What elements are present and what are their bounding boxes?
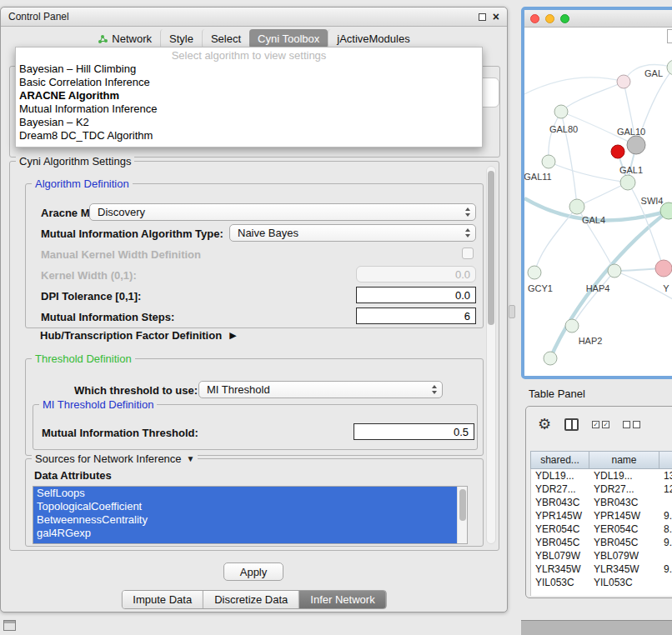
network-window-titlebar[interactable]: [524, 10, 672, 28]
mi-threshold-label: Mutual Information Threshold:: [42, 427, 198, 439]
table-row[interactable]: YBR043CYBR043C: [531, 496, 672, 509]
which-threshold-select[interactable]: MI Threshold: [198, 381, 443, 398]
attribute-item-selected[interactable]: SelfLoops: [33, 487, 467, 500]
close-traffic-light-icon[interactable]: [530, 14, 539, 23]
data-attributes-list[interactable]: SelfLoops TopologicalCoefficient Between…: [33, 486, 468, 544]
algorithm-option[interactable]: Bayesian – Hill Climbing: [16, 62, 482, 76]
dpi-tolerance-input[interactable]: [356, 287, 476, 303]
table-row[interactable]: YER054CYER054C8.: [531, 522, 672, 536]
minimized-panel-icon[interactable]: [3, 620, 16, 631]
zoom-traffic-light-icon[interactable]: [560, 14, 569, 23]
collapse-right-icon[interactable]: ▶: [229, 330, 236, 341]
table-row[interactable]: YDL19...YDL19...13: [531, 469, 672, 482]
attribute-item-selected[interactable]: TopologicalCoefficient: [33, 500, 467, 513]
panel-splitter[interactable]: [509, 305, 515, 318]
selected-value: Naive Bayes: [238, 227, 298, 239]
mi-steps-input[interactable]: [356, 308, 476, 324]
tab-label: Cyni Toolbox: [258, 32, 319, 45]
node-gal4[interactable]: [569, 199, 584, 214]
control-panel-titlebar[interactable]: Control Panel ×: [1, 8, 507, 27]
bottom-tab-bar: Impute Data Discretize Data Infer Networ…: [121, 590, 386, 609]
node-gal11[interactable]: [542, 155, 555, 168]
mi-threshold-definition-group: MI Threshold Definition Mutual Informati…: [33, 404, 478, 450]
tab-label: Style: [169, 32, 193, 45]
tab-style[interactable]: Style: [160, 29, 202, 48]
network-tools-fragment[interactable]: [667, 29, 672, 43]
table-row[interactable]: YIL053CYIL053C: [531, 576, 672, 589]
node-hap4[interactable]: [608, 264, 621, 278]
aracne-mode-select[interactable]: Discovery: [89, 203, 476, 221]
node-pink[interactable]: [617, 75, 630, 88]
node-gal80[interactable]: [554, 105, 568, 118]
node-gal1[interactable]: [620, 175, 635, 190]
algorithm-option[interactable]: Bayesian – K2: [16, 116, 482, 129]
tab-discretize-data[interactable]: Discretize Data: [203, 591, 298, 608]
deselect-all-icon[interactable]: [623, 421, 640, 428]
node-selected-red[interactable]: [611, 145, 624, 158]
dpi-tolerance-label: DPI Tolerance [0,1]:: [41, 290, 141, 302]
node-label: HAP4: [586, 283, 610, 293]
algorithm-option[interactable]: Basic Correlation Inference: [16, 76, 482, 89]
manual-kernel-checkbox[interactable]: [462, 248, 474, 259]
sources-group: Sources for Network Inference ▼ Data Att…: [25, 458, 484, 547]
algorithm-option[interactable]: Mutual Information Inference: [16, 102, 482, 116]
tab-infer-network[interactable]: Infer Network: [298, 591, 385, 608]
node-label: GCY1: [528, 283, 553, 293]
attribute-item-selected[interactable]: gal4RGexp: [33, 527, 467, 540]
table-row[interactable]: YBR045CYBR045C9.: [531, 536, 672, 549]
attribute-item-partial[interactable]: [33, 540, 467, 544]
list-scrollbar-thumb[interactable]: [459, 489, 466, 521]
node-hap2[interactable]: [565, 319, 579, 332]
network-view-window[interactable]: GAL GAL80 GAL10 GAL11 GAL1 SWI4 GAL4 GCY…: [521, 7, 672, 379]
settings-scrollbar-thumb[interactable]: [488, 171, 494, 325]
table-body[interactable]: YDL19...YDL19...13 YDR27...YDR27...12 YB…: [530, 469, 672, 596]
node-table: shared... name YDL19...YDL19...13 YDR27.…: [530, 451, 672, 596]
node-gal-partial[interactable]: [667, 60, 672, 75]
control-panel-tabs: Network Style Select Cyni Toolbox jActiv…: [1, 29, 507, 48]
tab-cyni-toolbox[interactable]: Cyni Toolbox: [249, 29, 328, 48]
minimize-traffic-light-icon[interactable]: [545, 14, 554, 23]
mi-threshold-input[interactable]: [354, 423, 474, 440]
collapse-down-icon[interactable]: ▼: [187, 454, 195, 463]
tab-select[interactable]: Select: [202, 29, 249, 48]
hub-transcription-factor-section[interactable]: Hub/Transcription Factor Definition ▶: [40, 329, 237, 342]
column-header-name[interactable]: name: [589, 452, 659, 468]
table-row[interactable]: YBL079WYBL079W: [531, 549, 672, 562]
list-scrollbar[interactable]: [457, 487, 467, 543]
apply-button[interactable]: Apply: [223, 562, 283, 581]
close-window-icon[interactable]: ×: [493, 12, 499, 22]
attribute-item-selected[interactable]: BetweennessCentrality: [33, 513, 467, 527]
dropdown-placeholder-option[interactable]: Select algorithm to view settings: [16, 49, 482, 62]
window-title: Control Panel: [8, 11, 69, 22]
threshold-definition-group: Threshold Definition Which threshold to …: [25, 358, 484, 456]
algorithm-option[interactable]: Dream8 DC_TDC Algorithm: [16, 129, 482, 142]
tab-jactivemodules[interactable]: jActiveModules: [328, 29, 418, 48]
table-row[interactable]: YDR27...YDR27...12: [531, 482, 672, 496]
node-pink-right[interactable]: [655, 260, 672, 277]
node-gcy1[interactable]: [528, 266, 541, 279]
group-title: MI Threshold Definition: [39, 398, 157, 411]
node-label: SWI4: [641, 196, 664, 206]
gear-icon[interactable]: ⚙: [538, 417, 551, 432]
network-nodes: [528, 60, 672, 365]
table-toolbar: ⚙ ✓ ✓: [538, 417, 640, 432]
table-row[interactable]: YLR345WYLR345W9.: [531, 562, 672, 576]
node-bottom[interactable]: [544, 352, 557, 365]
node-label: GAL10: [617, 127, 645, 137]
table-row[interactable]: YPR145WYPR145W9.: [531, 509, 672, 522]
tab-network[interactable]: Network: [89, 29, 160, 48]
node-label: Y: [663, 283, 669, 293]
column-header-shared-name[interactable]: shared...: [531, 452, 589, 468]
manual-kernel-label: Manual Kernel Width Definition: [41, 248, 201, 261]
algorithm-option-highlighted[interactable]: ARACNE Algorithm: [16, 89, 482, 102]
mi-algorithm-type-select[interactable]: Naive Bayes: [229, 224, 476, 242]
select-all-icon[interactable]: ✓ ✓: [592, 421, 609, 428]
float-window-icon[interactable]: [479, 13, 486, 21]
column-header-partial[interactable]: [659, 452, 672, 468]
tab-impute-data[interactable]: Impute Data: [122, 591, 203, 608]
settings-scrollbar[interactable]: [486, 166, 496, 544]
data-attributes-label: Data Attributes: [34, 469, 112, 482]
network-canvas[interactable]: GAL GAL80 GAL10 GAL11 GAL1 SWI4 GAL4 GCY…: [524, 28, 672, 376]
columns-icon[interactable]: [564, 418, 579, 431]
node-gal10[interactable]: [627, 136, 645, 154]
